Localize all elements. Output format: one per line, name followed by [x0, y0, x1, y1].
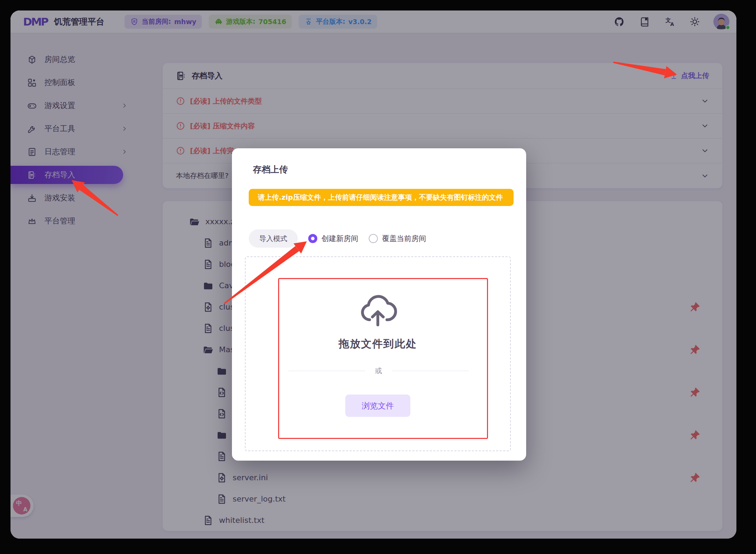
import-mode-row: 导入模式 创建新房间 覆盖当前房间	[249, 229, 426, 248]
import-mode-option[interactable]: 覆盖当前房间	[369, 234, 426, 243]
option-label: 创建新房间	[322, 234, 358, 243]
browse-files-button[interactable]: 浏览文件	[345, 395, 410, 417]
upload-warning: 请上传.zip压缩文件，上传前请仔细阅读注意事项，不要缺失有图钉标注的文件	[249, 189, 514, 206]
import-mode-option[interactable]: 创建新房间	[308, 234, 358, 243]
file-dropzone[interactable]: 拖放文件到此处 或 浏览文件	[245, 256, 511, 451]
drop-here-text: 拖放文件到此处	[246, 337, 510, 351]
import-mode-label: 导入模式	[249, 229, 298, 248]
import-mode-options: 创建新房间 覆盖当前房间	[298, 234, 426, 243]
divider-line	[392, 371, 469, 371]
or-divider: 或	[288, 366, 469, 376]
option-label: 覆盖当前房间	[382, 234, 426, 243]
divider-line	[288, 371, 365, 371]
radio-unselected-icon[interactable]	[369, 234, 378, 243]
or-text: 或	[375, 366, 382, 376]
archive-upload-modal: 存档上传 请上传.zip压缩文件，上传前请仔细阅读注意事项，不要缺失有图钉标注的…	[232, 148, 526, 461]
modal-title: 存档上传	[253, 164, 288, 175]
radio-selected-icon[interactable]	[308, 234, 317, 243]
cloud-upload-icon	[355, 292, 400, 328]
